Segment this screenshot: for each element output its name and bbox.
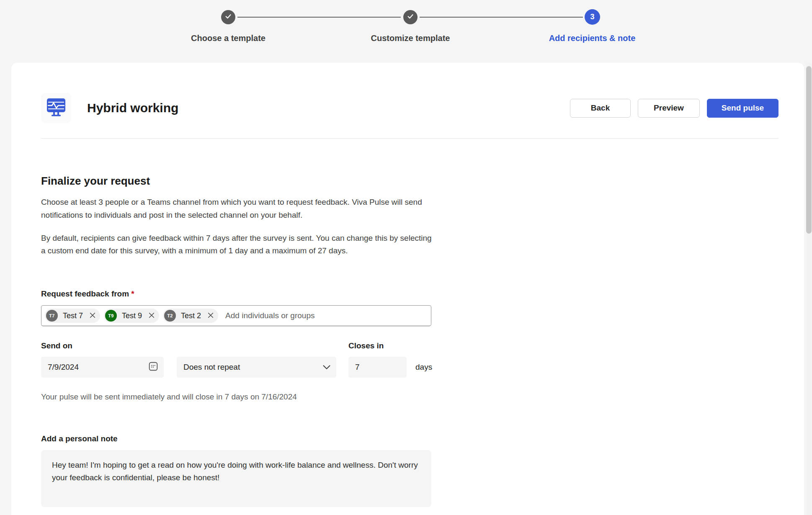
stepper-connector bbox=[420, 17, 583, 18]
closes-in-group: Closes in 7 days bbox=[348, 341, 432, 378]
scrollbar-thumb[interactable] bbox=[806, 66, 812, 234]
step-1-label[interactable]: Choose a template bbox=[191, 33, 266, 43]
step-3-circle[interactable]: 3 bbox=[585, 9, 600, 25]
pulse-monitor-icon bbox=[46, 98, 66, 118]
calendar-icon[interactable] bbox=[149, 362, 158, 373]
step-3-label[interactable]: Add recipients & note bbox=[549, 33, 636, 43]
stepper-connector bbox=[237, 17, 401, 18]
closes-in-label: Closes in bbox=[348, 341, 432, 351]
recipients-picker-input[interactable]: T7 Test 7 T9 Test 9 T2 Test 2 bbox=[41, 305, 431, 326]
send-on-group: Send on 7/9/2024 bbox=[41, 341, 164, 378]
repeat-value: Does not repeat bbox=[183, 363, 240, 372]
check-icon bbox=[407, 13, 414, 21]
closes-in-value: 7 bbox=[355, 363, 360, 372]
header-divider bbox=[41, 138, 778, 139]
check-icon bbox=[225, 13, 232, 21]
finalize-description-2: By default, recipients can give feedback… bbox=[41, 232, 434, 258]
personal-note-label: Add a personal note bbox=[41, 434, 778, 443]
wizard-stepper: 3 Choose a template Customize template A… bbox=[0, 0, 812, 63]
avatar: T9 bbox=[105, 310, 117, 322]
repeat-group: Does not repeat bbox=[177, 341, 336, 378]
schedule-helper-text: Your pulse will be sent immediately and … bbox=[41, 392, 778, 402]
remove-recipient-button[interactable] bbox=[146, 310, 157, 321]
personal-note-textarea[interactable]: Hey team! I'm hoping to get a read on ho… bbox=[41, 450, 431, 507]
send-on-date-field[interactable]: 7/9/2024 bbox=[41, 357, 164, 378]
closes-in-unit: days bbox=[415, 363, 432, 372]
page-title: Hybrid working bbox=[87, 101, 178, 115]
close-icon bbox=[208, 312, 214, 319]
send-on-date-value: 7/9/2024 bbox=[48, 363, 79, 372]
survey-header: Hybrid working Back Preview Send pulse bbox=[41, 93, 778, 123]
finalize-description-1: Choose at least 3 people or a Teams chan… bbox=[41, 196, 434, 222]
chevron-down-icon bbox=[323, 363, 330, 372]
step-2-circle[interactable] bbox=[403, 10, 418, 24]
recipient-pill: T7 Test 7 bbox=[45, 309, 100, 323]
repeat-dropdown[interactable]: Does not repeat bbox=[177, 357, 336, 378]
step-2-label[interactable]: Customize template bbox=[371, 33, 450, 43]
back-button[interactable]: Back bbox=[570, 99, 631, 118]
closes-in-row: 7 days bbox=[348, 357, 432, 378]
recipient-name: Test 7 bbox=[63, 312, 83, 320]
picker-placeholder: Add individuals or groups bbox=[225, 311, 314, 320]
avatar: T2 bbox=[164, 310, 176, 322]
step-3-number: 3 bbox=[590, 13, 594, 21]
remove-recipient-button[interactable] bbox=[205, 310, 216, 321]
survey-icon-tile bbox=[41, 93, 71, 123]
finalize-heading: Finalize your request bbox=[41, 175, 778, 188]
closes-in-field[interactable]: 7 bbox=[348, 357, 407, 378]
close-icon bbox=[90, 312, 95, 319]
send-on-label: Send on bbox=[41, 341, 164, 351]
main-card: Hybrid working Back Preview Send pulse F… bbox=[11, 63, 804, 515]
required-asterisk: * bbox=[131, 289, 134, 298]
send-pulse-button[interactable]: Send pulse bbox=[707, 99, 778, 118]
recipients-label: Request feedback from* bbox=[41, 289, 778, 299]
recipient-pill: T2 Test 2 bbox=[163, 309, 218, 323]
preview-button[interactable]: Preview bbox=[638, 99, 700, 118]
schedule-row: Send on 7/9/2024 Does not repeat bbox=[41, 341, 778, 378]
header-actions: Back Preview Send pulse bbox=[570, 99, 778, 118]
remove-recipient-button[interactable] bbox=[87, 310, 98, 321]
step-1-circle[interactable] bbox=[221, 10, 235, 24]
recipient-pill: T9 Test 9 bbox=[104, 309, 159, 323]
repeat-label-spacer bbox=[177, 341, 336, 351]
recipient-name: Test 9 bbox=[122, 312, 142, 320]
avatar: T7 bbox=[46, 310, 58, 322]
close-icon bbox=[149, 312, 155, 319]
recipient-name: Test 2 bbox=[181, 312, 201, 320]
